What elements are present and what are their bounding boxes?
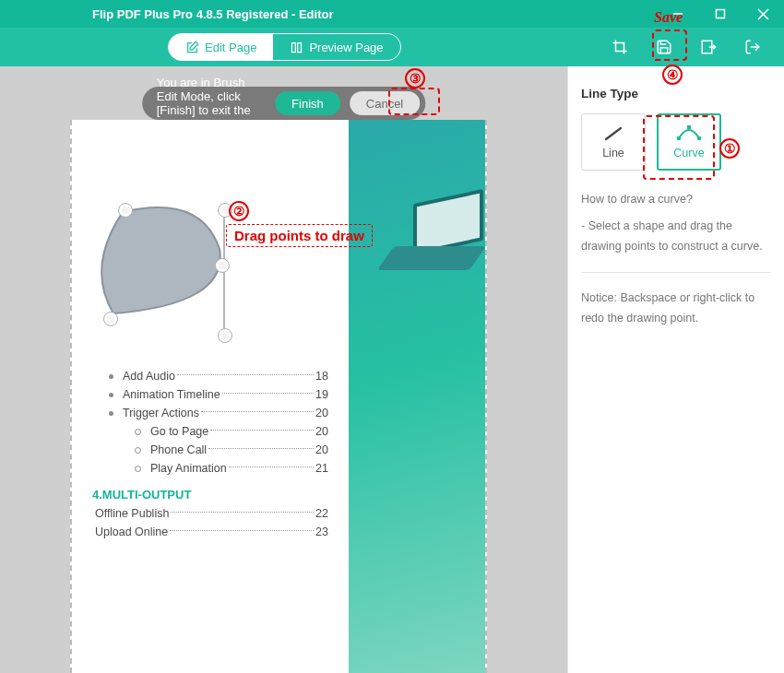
exit-icon — [744, 39, 761, 55]
toc-row: Go to Page20 — [109, 425, 328, 438]
leader-dots — [210, 430, 314, 431]
toc-label: Add Audio — [123, 370, 175, 383]
maximize-button[interactable] — [699, 0, 742, 28]
toc-page: 22 — [315, 507, 328, 520]
toc-label: Go to Page — [150, 425, 208, 438]
help-body: - Select a shape and drag the drawing po… — [581, 216, 771, 257]
section-title: 4.MULTI-OUTPUT — [92, 488, 328, 502]
leader-dots — [222, 393, 314, 394]
toc-row: Offline Publish22 — [95, 507, 328, 520]
toc-row: Phone Call20 — [109, 443, 328, 456]
tab-preview-page[interactable]: Preview Page — [273, 34, 399, 60]
panel-title: Line Type — [581, 87, 771, 100]
line-type-line[interactable]: Line — [581, 113, 646, 171]
svg-line-7 — [606, 128, 621, 139]
annotation-marker-1: ① — [719, 138, 740, 159]
toc-page: 20 — [315, 443, 328, 456]
page-canvas[interactable]: Add Audio18Animation Timeline19Trigger A… — [70, 120, 487, 673]
edit-icon — [185, 41, 199, 54]
annotation-finish-box — [388, 88, 440, 115]
toc-label: Upload Online — [95, 525, 168, 538]
leader-dots — [229, 466, 314, 467]
window-title: Flip PDF Plus Pro 4.8.5 Registered - Edi… — [92, 7, 334, 21]
bullet-icon — [109, 374, 113, 379]
panel-divider — [581, 272, 771, 273]
toc-label: Phone Call — [150, 443, 207, 456]
toc-label: Trigger Actions — [123, 407, 199, 419]
toc-row: Play Animation21 — [109, 462, 328, 475]
line-label: Line — [602, 147, 624, 159]
tab-edit-page[interactable]: Edit Page — [169, 34, 273, 60]
annotation-save-label: Save — [654, 9, 683, 26]
line-icon — [603, 125, 624, 142]
leader-dots — [177, 374, 314, 375]
toc-label: Play Animation — [150, 462, 227, 475]
annotation-curve-box — [643, 115, 715, 180]
crop-icon — [612, 39, 628, 55]
bullet-icon — [109, 411, 113, 416]
annotation-marker-4: ④ — [662, 65, 683, 85]
toc-content: Add Audio18Animation Timeline19Trigger A… — [109, 364, 328, 544]
toc-page: 20 — [315, 407, 328, 419]
toc-label: Offline Publish — [95, 507, 169, 520]
annotation-marker-3: ③ — [405, 68, 425, 89]
help-notice: Notice: Backspace or right-click to redo… — [581, 288, 771, 329]
toc-row: Upload Online23 — [95, 525, 328, 538]
export-icon — [700, 39, 717, 55]
help-question: How to draw a curve? — [581, 189, 771, 210]
toc-page: 19 — [315, 388, 328, 401]
tab-edit-label: Edit Page — [205, 41, 256, 54]
tab-group: Edit Page Preview Page — [168, 33, 401, 61]
laptop-illustration — [386, 196, 478, 270]
mode-message: You are in Brush Edit Mode, click [Finis… — [157, 76, 266, 131]
svg-rect-1 — [717, 10, 725, 18]
control-point[interactable] — [215, 258, 230, 273]
annotation-save-box — [652, 30, 687, 61]
export-button[interactable] — [686, 28, 731, 66]
circle-icon — [135, 466, 141, 472]
annotation-drag-label: Drag points to draw — [226, 224, 373, 247]
exit-button[interactable] — [731, 28, 775, 66]
control-point[interactable] — [103, 312, 118, 326]
brush-mode-bar: You are in Brush Edit Mode, click [Finis… — [142, 87, 426, 120]
control-point[interactable] — [218, 328, 232, 343]
toc-page: 21 — [315, 462, 328, 475]
finish-button[interactable]: Finish — [275, 91, 340, 115]
circle-icon — [135, 429, 141, 435]
toc-row: Add Audio18 — [109, 370, 328, 383]
tab-preview-label: Preview Page — [309, 41, 383, 54]
toc-row: Trigger Actions20 — [109, 407, 328, 419]
toc-page: 23 — [315, 525, 328, 538]
leader-dots — [170, 530, 314, 531]
toc-row: Animation Timeline19 — [109, 388, 328, 401]
circle-icon — [135, 447, 141, 454]
preview-icon — [290, 41, 303, 54]
leader-dots — [171, 512, 314, 513]
close-button[interactable] — [742, 0, 784, 28]
toc-label: Animation Timeline — [123, 388, 220, 401]
toc-page: 18 — [315, 370, 328, 383]
bullet-icon — [109, 393, 113, 397]
leader-dots — [201, 411, 314, 412]
control-point[interactable] — [118, 203, 133, 218]
annotation-marker-2: ② — [229, 201, 249, 221]
canvas-area[interactable]: You are in Brush Edit Mode, click [Finis… — [0, 66, 567, 673]
crop-button[interactable] — [598, 28, 642, 66]
leader-dots — [208, 448, 314, 449]
toc-page: 20 — [315, 425, 328, 438]
